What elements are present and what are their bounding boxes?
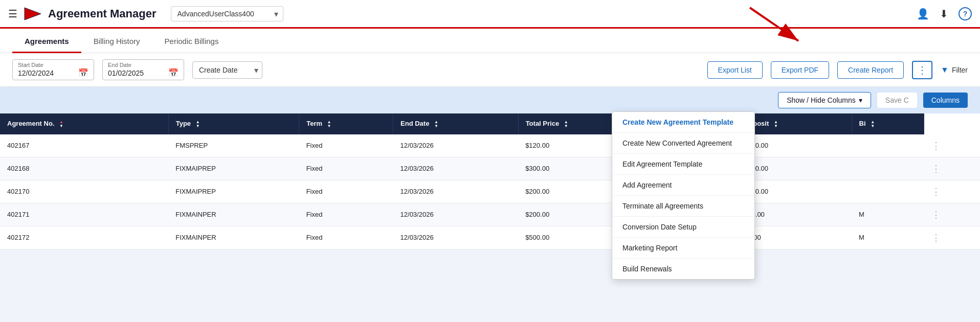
dropdown-menu-item[interactable]: Build Renewals <box>612 259 754 279</box>
table-cell: Fixed <box>299 157 393 180</box>
end-date-field[interactable]: End Date 01/02/2025 📅 <box>102 59 184 80</box>
table-cell: 12/03/2026 <box>393 203 519 226</box>
start-date-field[interactable]: Start Date 12/02/2024 📅 <box>12 59 94 80</box>
logo-icon <box>24 7 42 21</box>
row-options-icon[interactable]: ⋮ <box>924 180 980 203</box>
dropdown-menu-item[interactable]: Edit Agreement Template <box>612 154 754 175</box>
table-cell: 12/03/2026 <box>393 226 519 249</box>
table-row: 402167FMSPREPFixed12/03/2026$120.00$120.… <box>0 134 980 157</box>
dropdown-menu-item[interactable]: Conversion Date Setup <box>612 217 754 238</box>
create-report-button[interactable]: Create Report <box>837 61 904 79</box>
end-date-value: 01/02/2025 <box>108 69 144 77</box>
show-hide-columns-button[interactable]: Show / Hide Columns ▾ <box>778 92 871 108</box>
end-date-row: 01/02/2025 📅 <box>108 68 179 78</box>
table-row: 402168FIXMAIPREPFixed12/03/2026$300.00$3… <box>0 157 980 180</box>
table-cell: Fixed <box>299 226 393 249</box>
start-date-row: 12/02/2024 📅 <box>18 68 88 78</box>
col-end-date[interactable]: End Date ▲▼ <box>393 113 519 134</box>
sort-arrows-type: ▲▼ <box>196 120 200 128</box>
tab-agreements[interactable]: Agreements <box>12 29 81 53</box>
table-cell[interactable]: 402168 <box>0 157 168 180</box>
dropdown-menu-item[interactable]: Add Agreement <box>612 175 754 196</box>
table-body: 402167FMSPREPFixed12/03/2026$120.00$120.… <box>0 134 980 249</box>
dropdown-menu-item[interactable]: Create New Agreement Template <box>612 112 754 133</box>
sort-arrows-term: ▲▼ <box>327 120 331 128</box>
dropdown-menu-item[interactable]: Terminate all Agreements <box>612 196 754 217</box>
agreements-table-wrapper: Agreement No. ▲ ▼ Type ▲▼ Term ▲▼ <box>0 113 980 249</box>
sort-wrapper[interactable]: Create Date Agreement No. End Date <box>192 61 262 79</box>
col-agreement-no[interactable]: Agreement No. ▲ ▼ <box>0 113 168 134</box>
user-icon[interactable]: 👤 <box>917 8 929 20</box>
table-cell <box>852 157 924 180</box>
save-c-button[interactable]: Save C <box>877 93 917 108</box>
end-date-calendar-icon[interactable]: 📅 <box>168 68 179 78</box>
table-row: 402170FIXMAIPREPFixed12/03/2026$200.00$2… <box>0 180 980 203</box>
export-pdf-button[interactable]: Export PDF <box>771 61 829 79</box>
table-cell: FIXMAINPER <box>168 226 299 249</box>
col-bi[interactable]: Bi ▲▼ <box>852 113 924 134</box>
header-right: 👤 ⬇ ? <box>917 7 972 20</box>
table-cell: 12/03/2026 <box>393 180 519 203</box>
context-dropdown-menu: Create New Agreement TemplateCreate New … <box>612 111 755 280</box>
second-toolbar: Show / Hide Columns ▾ Save C Columns <box>0 87 980 113</box>
tab-periodic-billings[interactable]: Periodic Billings <box>152 29 231 53</box>
sort-arrows-agreement-no: ▲ ▼ <box>59 120 63 128</box>
start-date-label: Start Date <box>18 62 88 68</box>
dropdown-menu-item[interactable]: Create New Converted Agreement <box>612 133 754 154</box>
table-cell: FIXMAIPREP <box>168 157 299 180</box>
sort-arrows-total-price: ▲▼ <box>564 120 568 128</box>
row-options-icon[interactable]: ⋮ <box>924 134 980 157</box>
tabs-bar: Agreements Billing History Periodic Bill… <box>0 29 980 53</box>
table-cell[interactable]: 402172 <box>0 226 168 249</box>
header: ☰ Agreement Manager AdvancedUserClass400… <box>0 0 980 29</box>
user-select-wrapper[interactable]: AdvancedUserClass400 <box>171 6 283 21</box>
controls-bar: Start Date 12/02/2024 📅 End Date 01/02/2… <box>0 53 980 87</box>
col-term[interactable]: Term ▲▼ <box>299 113 393 134</box>
sort-arrows-bi: ▲▼ <box>871 120 875 128</box>
table-cell: FIXMAIPREP <box>168 180 299 203</box>
table-header-row: Agreement No. ▲ ▼ Type ▲▼ Term ▲▼ <box>0 113 980 134</box>
tab-billing-history[interactable]: Billing History <box>81 29 152 53</box>
table-cell: Fixed <box>299 134 393 157</box>
table-cell: FMSPREP <box>168 134 299 157</box>
table-cell: Fixed <box>299 180 393 203</box>
table-row: 402171FIXMAINPERFixed12/03/2026$200.00$5… <box>0 203 980 226</box>
header-left: ☰ Agreement Manager AdvancedUserClass400 <box>8 6 283 21</box>
table-cell <box>852 180 924 203</box>
table-cell: 12/03/2026 <box>393 134 519 157</box>
col-type[interactable]: Type ▲▼ <box>168 113 299 134</box>
agreements-table: Agreement No. ▲ ▼ Type ▲▼ Term ▲▼ <box>0 113 980 249</box>
sort-arrows-end-date: ▲▼ <box>434 120 438 128</box>
table-row: 402172FIXMAINPERFixed12/03/2026$500.00$0… <box>0 226 980 249</box>
start-date-calendar-icon[interactable]: 📅 <box>78 68 88 78</box>
table-cell: 12/03/2026 <box>393 157 519 180</box>
table-cell <box>852 134 924 157</box>
download-icon[interactable]: ⬇ <box>940 8 948 20</box>
table-cell[interactable]: 402171 <box>0 203 168 226</box>
filter-icon: ▼ <box>941 65 949 75</box>
help-icon[interactable]: ? <box>959 7 972 20</box>
table-cell[interactable]: 402170 <box>0 180 168 203</box>
row-options-icon[interactable]: ⋮ <box>924 226 980 249</box>
export-list-button[interactable]: Export List <box>707 61 763 79</box>
table-cell: FIXMAINPER <box>168 203 299 226</box>
user-select[interactable]: AdvancedUserClass400 <box>171 6 283 21</box>
app-title: Agreement Manager <box>48 7 157 20</box>
svg-marker-0 <box>25 8 41 20</box>
filter-button[interactable]: ▼ Filter <box>941 65 968 75</box>
end-date-label: End Date <box>108 62 179 68</box>
table-cell[interactable]: 402167 <box>0 134 168 157</box>
dropdown-menu-item[interactable]: Marketing Report <box>612 238 754 259</box>
hamburger-icon[interactable]: ☰ <box>8 8 17 20</box>
row-options-icon[interactable]: ⋮ <box>924 157 980 180</box>
sort-select[interactable]: Create Date Agreement No. End Date <box>192 61 262 79</box>
chevron-down-icon: ▾ <box>859 96 862 104</box>
columns-button[interactable]: Columns <box>923 93 968 108</box>
row-options-icon[interactable]: ⋮ <box>924 203 980 226</box>
three-dots-menu-button[interactable]: ⋮ <box>912 61 932 79</box>
table-cell: M <box>852 226 924 249</box>
sort-arrows-deposit: ▲▼ <box>774 120 778 128</box>
start-date-value: 12/02/2024 <box>18 69 54 77</box>
table-cell: M <box>852 203 924 226</box>
table-cell: Fixed <box>299 203 393 226</box>
